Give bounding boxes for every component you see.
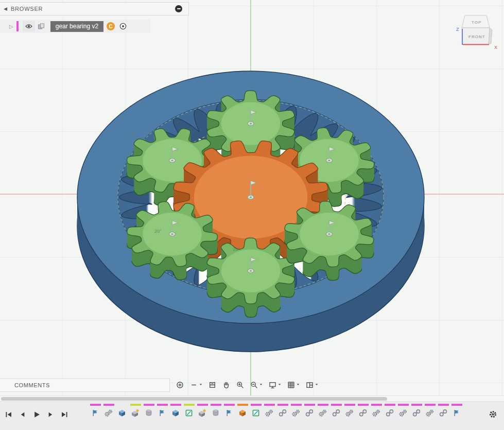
collapse-panel-icon[interactable]: ◀ xyxy=(0,6,11,11)
browser-panel: ◀ BROWSER ▷ gear bearing v2 C xyxy=(0,2,189,33)
timeline-item-11[interactable] xyxy=(222,404,236,418)
joint-feature-icon xyxy=(305,408,314,418)
gear-bearing-model[interactable]: 20°20°20° xyxy=(0,0,504,395)
timeline-item-8[interactable] xyxy=(182,404,196,418)
timeline-bar xyxy=(0,402,504,430)
zoom-in-button[interactable] xyxy=(174,380,186,390)
timeline-group-tag xyxy=(451,404,462,406)
timeline-group-tag xyxy=(385,404,395,406)
browser-root-item[interactable]: ▷ gear bearing v2 C xyxy=(0,20,150,33)
comments-panel[interactable]: COMMENTS xyxy=(0,379,170,392)
timeline-item-9[interactable] xyxy=(196,404,209,418)
boxstar-feature-icon xyxy=(198,408,207,418)
step-back-button[interactable] xyxy=(17,409,28,420)
scrollbar-thumb[interactable] xyxy=(1,397,387,401)
minus-icon xyxy=(189,381,198,389)
flag-feature-icon xyxy=(158,408,167,418)
timeline-item-17[interactable] xyxy=(303,404,316,418)
timeline-group-tag xyxy=(438,404,449,406)
cyl-feature-icon xyxy=(211,408,220,418)
fusion-window: 20°20°20° ◀ BROWSER ▷ gear bearing v2 C xyxy=(0,0,504,430)
timeline-item-21[interactable] xyxy=(356,404,370,418)
timeline-item-3[interactable] xyxy=(115,404,129,418)
look-at-button[interactable] xyxy=(206,380,218,390)
comments-title: COMMENTS xyxy=(14,382,50,388)
timeline-item-19[interactable] xyxy=(329,404,343,418)
joint-feature-icon xyxy=(439,408,448,418)
orangebox-feature-icon xyxy=(238,408,247,418)
timeline-item-25[interactable] xyxy=(410,404,423,418)
joint-feature-icon xyxy=(412,408,421,418)
timeline-item-27[interactable] xyxy=(437,404,450,418)
chevron-down-icon xyxy=(296,383,300,387)
magnifier-window-icon xyxy=(236,381,245,389)
zoom-button[interactable] xyxy=(248,380,265,390)
timeline-item-24[interactable] xyxy=(396,404,410,418)
timeline-group-tag xyxy=(304,404,315,406)
visibility-eye-icon[interactable] xyxy=(23,21,35,32)
timeline-item-16[interactable] xyxy=(289,404,303,418)
timeline-item-18[interactable] xyxy=(316,404,329,418)
skip-to-start-button[interactable] xyxy=(3,409,14,420)
horizontal-scrollbar[interactable] xyxy=(0,395,504,402)
plus-circle-icon xyxy=(176,381,184,389)
gear-angle-label: 20° xyxy=(154,229,162,234)
timeline-item-28[interactable] xyxy=(450,404,463,418)
grid-icon xyxy=(287,381,296,389)
gearpair-feature-icon xyxy=(265,408,274,418)
timeline-item-10[interactable] xyxy=(209,404,222,418)
chevron-down-icon xyxy=(199,383,203,387)
timeline-item-14[interactable] xyxy=(263,404,276,418)
activate-component-icon[interactable] xyxy=(117,21,129,32)
joint-feature-icon xyxy=(358,408,368,418)
timeline-item-23[interactable] xyxy=(383,404,396,418)
timeline-item-15[interactable] xyxy=(276,404,289,418)
timeline-item-4[interactable] xyxy=(129,404,142,418)
monitor-icon xyxy=(268,381,277,389)
timeline-group-tag xyxy=(318,404,328,406)
step-forward-button[interactable] xyxy=(45,409,56,420)
viewport-canvas[interactable]: 20°20°20° ◀ BROWSER ▷ gear bearing v2 C xyxy=(0,0,504,395)
timeline-item-6[interactable] xyxy=(155,404,169,418)
gear-icon xyxy=(488,409,498,419)
timeline-item-2[interactable] xyxy=(102,404,115,418)
viewcube-top-label: TOP xyxy=(472,20,481,25)
timeline-item-5[interactable] xyxy=(142,404,155,418)
timeline-item-20[interactable] xyxy=(343,404,356,418)
browser-header[interactable]: ◀ BROWSER xyxy=(0,2,189,15)
play-button[interactable] xyxy=(31,409,42,420)
zoom-window-button[interactable] xyxy=(234,380,246,390)
timeline-group-tag xyxy=(344,404,355,406)
context-badge[interactable]: C xyxy=(107,22,115,30)
minus-icon xyxy=(177,8,181,9)
pan-button[interactable] xyxy=(220,380,232,390)
timeline-group-tag xyxy=(425,404,436,406)
timeline-item-26[interactable] xyxy=(423,404,437,418)
step-back-icon xyxy=(19,410,27,419)
timeline-item-7[interactable] xyxy=(169,404,182,418)
display-settings-button[interactable] xyxy=(267,380,283,390)
skip-to-end-button[interactable] xyxy=(59,409,70,420)
component-name[interactable]: gear bearing v2 xyxy=(50,21,103,32)
skip-to-start-icon xyxy=(5,410,13,419)
timeline-item-12[interactable] xyxy=(236,404,249,418)
sketch-feature-icon xyxy=(184,408,194,418)
gearpair-feature-icon xyxy=(425,408,435,418)
viewports-button[interactable] xyxy=(304,380,320,390)
minimize-browser-button[interactable] xyxy=(175,5,182,12)
timeline-group-tag xyxy=(117,404,128,406)
timeline-group-tag xyxy=(170,404,181,406)
expand-arrow-icon[interactable]: ▷ xyxy=(0,24,16,29)
timeline-settings-button[interactable] xyxy=(486,408,499,420)
timeline-item-1[interactable] xyxy=(89,404,102,418)
zoom-out-button[interactable] xyxy=(188,380,204,390)
timeline-item-22[interactable] xyxy=(370,404,383,418)
grid-and-snaps-button[interactable] xyxy=(285,380,302,390)
flag-feature-icon xyxy=(91,408,100,418)
timeline-item-13[interactable] xyxy=(249,404,263,418)
cyl-feature-icon xyxy=(144,408,153,418)
view-cube[interactable]: TOP FRONT Z X xyxy=(452,8,503,55)
timeline-group-tag xyxy=(211,404,221,406)
boxstar-feature-icon xyxy=(131,408,140,418)
skip-to-end-icon xyxy=(60,410,68,419)
